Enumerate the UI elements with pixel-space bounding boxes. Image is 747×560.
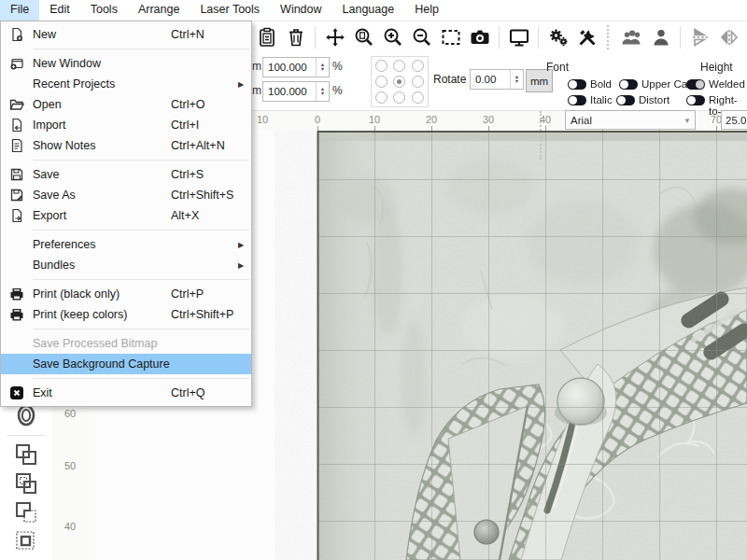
toolbar-drag-handle[interactable] [540,111,542,160]
new-window-icon [1,56,33,71]
divider [499,26,500,49]
menu-separator [33,378,249,379]
zoom-to-page-icon[interactable] [351,25,376,50]
menu-item-exit[interactable]: Exit Ctrl+Q [1,383,251,403]
menu-item-recent-projects[interactable]: Recent Projects ▶ [1,74,251,94]
anchor-radio[interactable] [375,76,388,88]
ruler-label: 40 [64,521,76,532]
menu-item-new-window[interactable]: New Window [1,53,251,74]
menu-item-save[interactable]: Save Ctrl+S [1,164,251,185]
flip-horizontal-icon[interactable] [716,25,741,50]
export-icon [1,208,33,223]
width-scale-field[interactable]: 100.000 ▲▼ [262,57,330,77]
bold-label: Bold [590,78,612,90]
save-as-icon [1,188,33,203]
menu-laser-tools[interactable]: Laser Tools [190,0,270,21]
anchor-radio[interactable] [393,91,405,104]
pan-icon[interactable] [322,25,347,50]
menu-window[interactable]: Window [270,0,331,21]
printer-icon [1,287,33,301]
anchor-radio[interactable] [375,91,388,104]
welded-toggle[interactable] [686,79,705,90]
height-scale-field[interactable]: 100.000 ▲▼ [262,81,330,102]
camera-capture-icon[interactable] [467,25,492,50]
italic-label: Italic [590,94,613,105]
ruler-label: 30 [483,114,494,125]
group-icon[interactable] [619,25,644,50]
show-display-icon[interactable] [506,25,531,50]
divider [538,26,539,49]
anchor-radio[interactable] [375,60,388,72]
anchor-radio[interactable] [412,76,424,88]
delete-icon[interactable] [283,25,308,50]
divider [7,435,45,436]
import-icon [1,118,33,133]
menu-arrange[interactable]: Arrange [128,0,190,21]
right-to-left-toggle[interactable] [686,95,705,105]
ungroup-icon[interactable] [648,25,673,50]
menu-item-bundles[interactable]: Bundles ▶ [1,255,251,275]
distort-toggle[interactable] [616,95,635,105]
anchor-radio[interactable] [412,60,424,72]
notes-icon [1,138,33,153]
flip-vertical-icon[interactable] [687,25,712,50]
menu-file[interactable]: File [0,0,39,21]
menu-item-print-black[interactable]: Print (black only) Ctrl+P [1,284,251,304]
bold-toggle[interactable] [568,79,586,90]
submenu-arrow-icon: ▶ [238,80,251,89]
anchor-radio[interactable] [412,91,424,104]
menu-separator [33,49,249,49]
menu-edit[interactable]: Edit [39,0,80,21]
spinner-buttons[interactable]: ▲▼ [316,82,329,101]
menu-item-save-background-capture[interactable]: Save Background Capture [1,354,251,374]
machine-tools-icon[interactable] [574,25,599,50]
menu-tools[interactable]: Tools [80,0,128,21]
menu-item-show-notes[interactable]: Show Notes Ctrl+Alt+N [1,135,251,156]
device-settings-icon[interactable] [545,25,571,50]
menu-separator [33,279,249,280]
toolbar-drag-handle[interactable] [607,25,612,49]
submenu-arrow-icon: ▶ [238,261,251,270]
menu-language[interactable]: Language [332,0,405,21]
menu-item-print-colors[interactable]: Print (keep colors) Ctrl+Shift+P [1,304,251,325]
menubar: File Edit Tools Arrange Laser Tools Wind… [0,0,747,21]
zoom-out-icon[interactable] [409,25,434,50]
menu-item-new[interactable]: New Ctrl+N [1,24,251,45]
menu-item-import[interactable]: Import Ctrl+I [1,115,251,135]
anchor-radio-selected[interactable] [393,76,405,88]
percent-label: % [332,84,343,97]
rotate-field[interactable]: 0.00 ▲▼ [470,69,524,90]
anchor-point-selector[interactable] [371,56,429,107]
file-menu: New Ctrl+N New Window Recent Projects ▶ … [0,21,252,407]
font-label: Font [546,61,569,74]
ruler-label: 50 [64,460,76,471]
menu-item-export[interactable]: Export Alt+X [1,205,251,226]
zoom-in-icon[interactable] [380,25,405,50]
boolean-subtract-icon[interactable] [11,469,41,497]
frame-selection-icon[interactable] [438,25,463,50]
menu-item-preferences[interactable]: Preferences ▶ [1,234,251,255]
boolean-intersect-icon[interactable] [11,498,41,526]
percent-label: % [332,60,343,73]
divider [315,26,316,49]
menu-help[interactable]: Help [404,0,449,21]
upper-case-toggle[interactable] [619,79,638,90]
menu-separator [33,230,249,231]
unit-label-fragment: m [252,84,261,97]
italic-toggle[interactable] [568,95,586,105]
menu-item-save-as[interactable]: Save As Ctrl+Shift+S [1,185,251,205]
spinner-buttons[interactable]: ▲▼ [316,58,329,77]
paste-icon[interactable] [254,25,279,50]
anchor-radio[interactable] [393,60,405,72]
chevron-down-icon: ▾ [680,116,695,125]
save-icon [1,167,33,182]
menu-item-save-processed-bitmap: Save Processed Bitmap [1,333,251,354]
submenu-arrow-icon: ▶ [238,241,251,249]
divider [680,26,681,49]
boolean-difference-icon[interactable] [11,527,41,555]
boolean-union-icon[interactable] [11,441,41,469]
font-select[interactable]: Arial ▾ [565,110,696,130]
spinner-buttons[interactable]: ▲▼ [510,70,523,89]
menu-item-open[interactable]: Open Ctrl+O [1,94,251,115]
open-folder-icon [1,97,33,112]
